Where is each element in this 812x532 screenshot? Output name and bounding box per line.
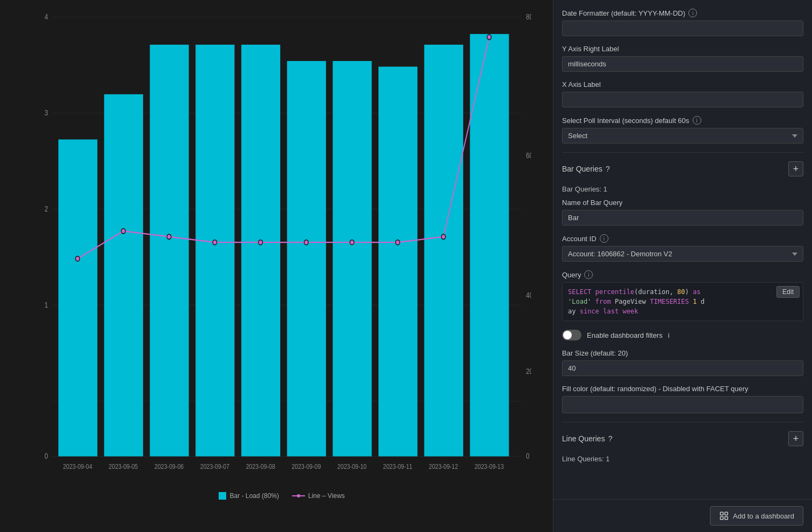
add-line-query-button[interactable]: + [788, 431, 803, 446]
bar-3 [195, 45, 234, 456]
svg-point-18 [121, 229, 126, 234]
svg-rect-39 [720, 517, 723, 520]
query-code: SELECT percentile(duration, 80) as 'Load… [562, 282, 803, 321]
bar-7 [378, 67, 417, 456]
legend-bar-label: Bar - Load (80%) [229, 492, 279, 500]
svg-text:2023-09-13: 2023-09-13 [475, 462, 504, 470]
query-info-icon[interactable]: i [584, 270, 593, 279]
account-id-select[interactable]: Account: 1606862 - Demotron V2 [562, 246, 803, 262]
svg-text:0: 0 [526, 452, 529, 460]
date-formatter-group: Date Formatter (default: YYYY-MM-DD) i [562, 9, 803, 36]
chart-svg: 4 3 2 1 0 80000 60000 40000 20000 0 mill… [32, 11, 531, 488]
enable-dashboard-filters-group: Enable dashboard filters i [562, 330, 803, 340]
svg-point-20 [213, 240, 217, 245]
line-queries-section-header: Line Queries ? + [562, 431, 803, 448]
chart-area: 4 3 2 1 0 80000 60000 40000 20000 0 mill… [0, 0, 553, 532]
account-id-info-icon[interactable]: i [600, 234, 608, 243]
svg-rect-38 [725, 512, 727, 515]
bar-size-group: Bar Size (default: 20) [562, 349, 803, 376]
svg-point-23 [350, 240, 354, 245]
bar-1 [104, 94, 143, 456]
svg-text:2023-09-11: 2023-09-11 [383, 462, 412, 470]
bar-size-input[interactable] [562, 360, 803, 376]
legend-bar-item: Bar - Load (80%) [219, 492, 279, 500]
divider-1 [562, 152, 803, 153]
svg-rect-37 [720, 512, 723, 515]
panel-footer: Add to a dashboard [553, 499, 812, 532]
fill-color-input[interactable] [562, 396, 803, 413]
svg-text:2023-09-10: 2023-09-10 [337, 462, 367, 470]
bar-queries-count: Bar Queries: 1 [562, 185, 803, 193]
line-queries-info-icon[interactable]: ? [608, 434, 612, 443]
poll-interval-info-icon[interactable]: i [693, 116, 701, 125]
svg-text:2023-09-09: 2023-09-09 [292, 462, 321, 470]
name-bar-query-input[interactable] [562, 210, 803, 226]
bar-queries-info-icon[interactable]: ? [606, 165, 610, 173]
x-axis-label-group: X Axis Label [562, 80, 803, 107]
y-axis-right-label-group: Y Axis Right Label [562, 45, 803, 72]
bar-queries-title: Bar Queries ? [562, 165, 610, 173]
bar-queries-section-header: Bar Queries ? + [562, 161, 803, 179]
legend-bar-icon [219, 492, 226, 500]
enable-dashboard-filters-toggle[interactable] [562, 330, 581, 340]
svg-text:80000: 80000 [526, 12, 531, 21]
dashboard-icon [719, 511, 729, 521]
svg-point-26 [487, 35, 491, 39]
line-queries-title: Line Queries ? [562, 434, 612, 443]
poll-interval-select[interactable]: Select 30 60 120 300 [562, 128, 803, 144]
query-label: Query i [562, 270, 803, 279]
bar-6 [333, 61, 371, 456]
date-formatter-info-icon[interactable]: i [688, 9, 697, 17]
svg-point-25 [441, 234, 445, 239]
panel-content: Date Formatter (default: YYYY-MM-DD) i Y… [553, 0, 812, 499]
svg-text:2023-09-04: 2023-09-04 [63, 462, 93, 470]
date-formatter-input[interactable] [562, 21, 803, 36]
edit-query-button[interactable]: Edit [776, 286, 800, 298]
bar-0 [58, 139, 97, 456]
name-bar-query-label: Name of Bar Query [562, 199, 803, 207]
fill-color-group: Fill color (default: randomized) - Disab… [562, 385, 803, 413]
bar-5 [287, 61, 326, 456]
name-bar-query-group: Name of Bar Query [562, 199, 803, 226]
chart-legend: Bar - Load (80%) Line – Views [32, 492, 531, 500]
svg-point-17 [76, 256, 80, 261]
fill-color-label: Fill color (default: randomized) - Disab… [562, 385, 803, 393]
date-formatter-label: Date Formatter (default: YYYY-MM-DD) i [562, 9, 803, 17]
account-id-label: Account ID i [562, 234, 803, 243]
svg-point-19 [167, 234, 171, 239]
enable-dashboard-filters-row: Enable dashboard filters i [562, 330, 803, 340]
svg-text:0: 0 [44, 452, 48, 460]
legend-line-label: Line – Views [308, 492, 345, 500]
svg-text:2: 2 [44, 204, 48, 213]
divider-2 [562, 422, 803, 422]
svg-text:2023-09-07: 2023-09-07 [200, 462, 229, 470]
svg-point-22 [304, 240, 308, 245]
line-queries-count: Line Queries: 1 [562, 455, 803, 463]
svg-text:2023-09-08: 2023-09-08 [246, 462, 275, 470]
svg-text:40000: 40000 [526, 290, 531, 299]
enable-dashboard-filters-info-icon[interactable]: i [668, 331, 669, 339]
x-axis-label-input[interactable] [562, 92, 803, 107]
svg-text:60000: 60000 [526, 151, 531, 160]
chart-container: 4 3 2 1 0 80000 60000 40000 20000 0 mill… [32, 11, 531, 488]
svg-text:2023-09-05: 2023-09-05 [109, 462, 138, 470]
add-bar-query-button[interactable]: + [788, 161, 803, 176]
query-group: Query i SELECT percentile(duration, 80) … [562, 270, 803, 321]
y-axis-right-label-label: Y Axis Right Label [562, 45, 803, 53]
settings-panel: Date Formatter (default: YYYY-MM-DD) i Y… [553, 0, 812, 532]
x-axis-label-label: X Axis Label [562, 80, 803, 88]
svg-text:2023-09-12: 2023-09-12 [429, 462, 458, 470]
y-axis-right-label-input[interactable] [562, 56, 803, 72]
svg-text:2023-09-06: 2023-09-06 [154, 462, 184, 470]
svg-point-24 [396, 240, 400, 245]
bar-2 [150, 45, 189, 456]
poll-interval-group: Select Poll Interval (seconds) default 6… [562, 116, 803, 144]
svg-point-21 [259, 240, 263, 245]
legend-line-item: Line – Views [292, 492, 345, 500]
account-id-group: Account ID i Account: 1606862 - Demotron… [562, 234, 803, 262]
svg-text:3: 3 [44, 108, 48, 117]
add-to-dashboard-button[interactable]: Add to a dashboard [710, 506, 803, 526]
svg-rect-40 [725, 517, 727, 520]
bar-8 [424, 45, 463, 456]
legend-line-icon [292, 495, 305, 496]
